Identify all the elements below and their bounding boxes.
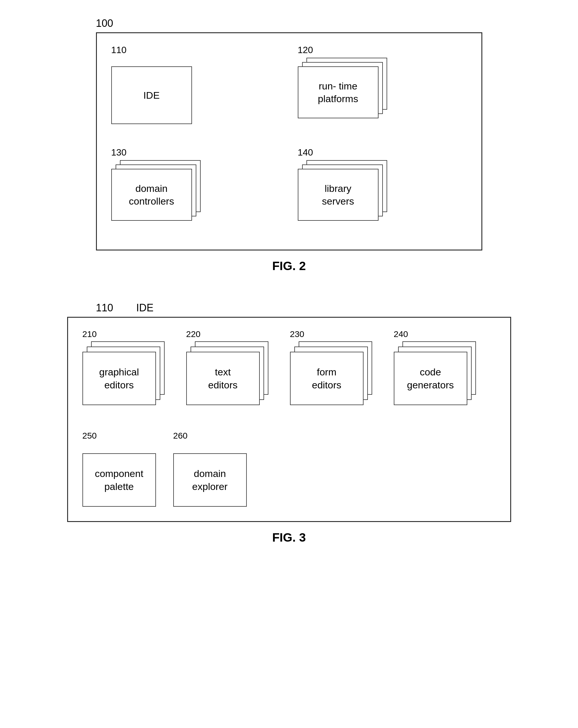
code-generators-label: 240 (394, 329, 480, 339)
fig2-outer-box: 110 IDE 120 run- time platforms 130 (96, 32, 482, 251)
component-palette-label: 250 (82, 431, 156, 441)
runtime-label: 120 (298, 45, 467, 55)
fig2-caption: FIG. 2 (272, 259, 306, 273)
fig2-section: 100 110 IDE 120 run- time platforms (44, 17, 534, 273)
fig3-bottom-row: 250 component palette 260 domain explore… (82, 431, 496, 507)
fig3-caption: FIG. 3 (272, 530, 306, 545)
component-palette-box: component palette (82, 453, 156, 507)
fig3-top-row: 210 graphical editors 220 (82, 329, 496, 416)
library-group: 140 library servers (298, 147, 467, 235)
library-stacked: library servers (298, 160, 390, 235)
ide-group: 110 IDE (111, 45, 280, 133)
library-box-front: library servers (298, 169, 379, 221)
fig3-header: 110 IDE (96, 302, 154, 314)
text-editors-label: 220 (186, 329, 273, 339)
form-editors-label: 230 (290, 329, 377, 339)
library-label: 140 (298, 147, 467, 158)
fig3-section: 110 IDE 210 graphical editors (44, 302, 534, 545)
code-generators-stacked: code generators (394, 341, 480, 416)
domain-box-front: domain controllers (111, 169, 192, 221)
fig3-label-ide: IDE (136, 302, 154, 314)
domain-explorer-label: 260 (173, 431, 247, 441)
graphical-stacked: graphical editors (82, 341, 169, 416)
runtime-group: 120 run- time platforms (298, 45, 467, 133)
domain-label: 130 (111, 147, 280, 158)
runtime-box-front: run- time platforms (298, 67, 379, 118)
fig2-label-100: 100 (96, 17, 113, 29)
page: 100 110 IDE 120 run- time platforms (0, 0, 578, 728)
fig3-outer-box: 210 graphical editors 220 (67, 317, 511, 522)
form-editors-group: 230 form editors (290, 329, 377, 416)
form-editors-stacked: form editors (290, 341, 377, 416)
domain-group: 130 domain controllers (111, 147, 280, 235)
domain-explorer-box: domain explorer (173, 453, 247, 507)
text-editors-box-front: text editors (186, 352, 260, 405)
graphical-box-front: graphical editors (82, 352, 156, 405)
fig3-label-110: 110 (96, 302, 113, 314)
code-generators-box-front: code generators (394, 352, 467, 405)
graphical-group: 210 graphical editors (82, 329, 169, 416)
domain-explorer-group: 260 domain explorer (173, 431, 247, 507)
graphical-label: 210 (82, 329, 169, 339)
form-editors-box-front: form editors (290, 352, 363, 405)
ide-box: IDE (111, 67, 192, 124)
ide-label: 110 (111, 45, 280, 55)
runtime-stacked: run- time platforms (298, 58, 390, 133)
code-generators-group: 240 code generators (394, 329, 480, 416)
domain-stacked: domain controllers (111, 160, 203, 235)
text-editors-stacked: text editors (186, 341, 273, 416)
text-editors-group: 220 text editors (186, 329, 273, 416)
component-palette-group: 250 component palette (82, 431, 156, 507)
